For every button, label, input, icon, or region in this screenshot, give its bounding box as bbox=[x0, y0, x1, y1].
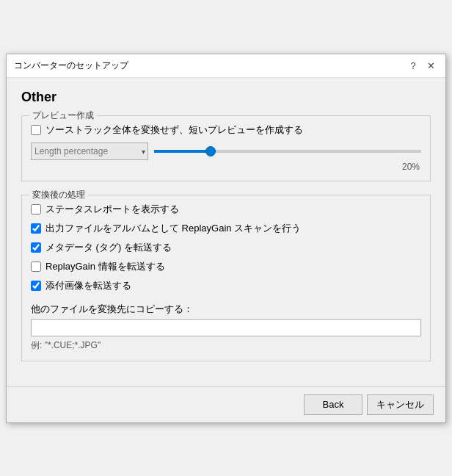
length-dropdown[interactable]: Length percentage bbox=[31, 143, 148, 160]
replaygain-transfer-label: ReplayGain 情報を転送する bbox=[45, 260, 165, 273]
dropdown-wrapper: Length percentage ▾ bbox=[31, 143, 148, 160]
back-button[interactable]: Back bbox=[304, 394, 362, 415]
copy-hint-text: 例: "*.CUE;*.JPG" bbox=[31, 339, 421, 352]
slider-wrapper bbox=[154, 150, 421, 153]
title-bar: コンバーターのセットアップ ? ✕ bbox=[7, 54, 445, 78]
copy-files-input[interactable] bbox=[31, 319, 421, 336]
metadata-transfer-label: メタデータ (タグ) を転送する bbox=[45, 241, 172, 254]
preview-checkbox-row: ソーストラック全体を変換せず、短いプレビューを作成する bbox=[31, 123, 421, 137]
post-item-3: ReplayGain 情報を転送する bbox=[31, 260, 421, 273]
content-area: Other プレビュー作成 ソーストラック全体を変換せず、短いプレビューを作成す… bbox=[7, 78, 445, 386]
title-bar-controls: ? ✕ bbox=[406, 58, 438, 73]
post-section: 変換後の処理 ステータスレポートを表示する 出力ファイルをアルバムとして Rep… bbox=[21, 195, 431, 361]
help-button[interactable]: ? bbox=[406, 58, 420, 73]
dialog-footer: Back キャンセル bbox=[7, 386, 445, 422]
replaygain-album-checkbox[interactable] bbox=[31, 223, 41, 234]
cancel-button[interactable]: キャンセル bbox=[367, 394, 434, 415]
metadata-transfer-checkbox[interactable] bbox=[31, 242, 41, 253]
preview-section-label: プレビュー作成 bbox=[29, 109, 97, 122]
dropdown-slider-row: Length percentage ▾ bbox=[31, 143, 421, 160]
preview-section: プレビュー作成 ソーストラック全体を変換せず、短いプレビューを作成する Leng… bbox=[21, 115, 431, 181]
status-report-checkbox[interactable] bbox=[31, 204, 41, 214]
preview-checkbox[interactable] bbox=[31, 125, 41, 135]
image-transfer-checkbox[interactable] bbox=[31, 281, 41, 291]
preview-checkbox-label: ソーストラック全体を変換せず、短いプレビューを作成する bbox=[45, 123, 303, 137]
post-item-2: メタデータ (タグ) を転送する bbox=[31, 241, 421, 254]
post-item-1: 出力ファイルをアルバムとして ReplayGain スキャンを行う bbox=[31, 222, 421, 235]
copy-field-group: 他のファイルを変換先にコピーする： 例: "*.CUE;*.JPG" bbox=[31, 303, 421, 352]
image-transfer-label: 添付画像を転送する bbox=[45, 279, 131, 292]
post-item-0: ステータスレポートを表示する bbox=[31, 203, 421, 216]
close-button[interactable]: ✕ bbox=[423, 58, 438, 73]
length-slider[interactable] bbox=[154, 150, 421, 153]
copy-field-label: 他のファイルを変換先にコピーする： bbox=[31, 303, 421, 316]
dialog-title: コンバーターのセットアップ bbox=[14, 60, 128, 72]
post-section-label: 変換後の処理 bbox=[29, 189, 88, 201]
replaygain-transfer-checkbox[interactable] bbox=[31, 262, 41, 272]
preview-controls: Length percentage ▾ 20% bbox=[31, 143, 421, 172]
slider-value-display: 20% bbox=[31, 162, 421, 172]
replaygain-album-label: 出力ファイルをアルバムとして ReplayGain スキャンを行う bbox=[45, 222, 301, 235]
status-report-label: ステータスレポートを表示する bbox=[45, 203, 179, 216]
post-item-4: 添付画像を転送する bbox=[31, 279, 421, 292]
dialog: コンバーターのセットアップ ? ✕ Other プレビュー作成 ソーストラック全… bbox=[6, 54, 446, 423]
page-title: Other bbox=[21, 90, 431, 105]
